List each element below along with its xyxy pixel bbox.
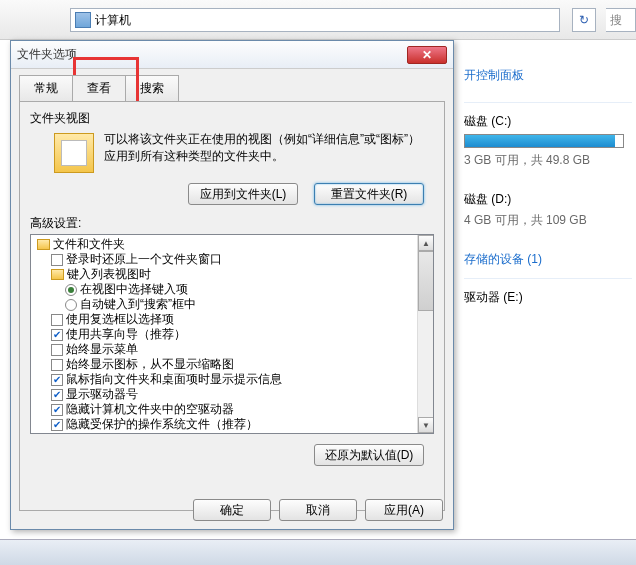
tree-item-label: 使用复选框以选择项 [66,312,174,327]
tree-item-label: 使用共享向导（推荐） [66,327,186,342]
folder-view-desc: 可以将该文件夹正在使用的视图（例如“详细信息”或“图标”）应用到所有这种类型的文… [100,129,434,177]
checkbox-icon[interactable]: ✔ [51,329,63,341]
disk-c-block[interactable]: 磁盘 (C:) 3 GB 可用，共 49.8 GB [464,113,632,169]
scroll-down-button[interactable]: ▼ [418,417,434,433]
disk-c-label: 磁盘 (C:) [464,113,632,130]
tree-item[interactable]: ✔使用共享向导（推荐） [37,327,433,342]
tree-item-label: 隐藏受保护的操作系统文件（推荐） [66,417,258,432]
reset-folders-button[interactable]: 重置文件夹(R) [314,183,424,205]
tree-item-label: 始终显示菜单 [66,342,138,357]
radio-icon[interactable] [65,284,77,296]
tab-view[interactable]: 查看 [72,75,126,101]
tree-item[interactable]: ✔鼠标指向文件夹和桌面项时显示提示信息 [37,372,433,387]
address-bar[interactable]: 计算机 [70,8,560,32]
apply-to-folders-button[interactable]: 应用到文件夹(L) [188,183,298,205]
cancel-button[interactable]: 取消 [279,499,357,521]
taskbar[interactable] [0,539,636,565]
tree-item[interactable]: ✔隐藏受保护的操作系统文件（推荐） [37,417,433,432]
apply-button[interactable]: 应用(A) [365,499,443,521]
radio-icon[interactable] [65,299,77,311]
restore-defaults-button[interactable]: 还原为默认值(D) [314,444,424,466]
checkbox-icon[interactable] [51,254,63,266]
dialog-footer: 确定 取消 应用(A) [193,499,443,521]
tree-item[interactable]: 使用复选框以选择项 [37,312,433,327]
tab-strip: 常规 查看 搜索 [19,75,453,101]
tree-root[interactable]: 文件和文件夹 [37,237,433,252]
tree-item[interactable]: 键入列表视图时 [37,267,433,282]
advanced-settings-label: 高级设置: [30,215,434,232]
drive-e-label: 驱动器 (E:) [464,289,632,306]
tree-item-label: 登录时还原上一个文件夹窗口 [66,252,222,267]
drive-e-block[interactable]: 驱动器 (E:) [464,289,632,306]
search-placeholder: 搜 [610,12,622,29]
checkbox-icon[interactable]: ✔ [51,404,63,416]
scroll-thumb[interactable] [418,251,434,311]
disk-d-label: 磁盘 (D:) [464,191,632,208]
explorer-toolbar: 计算机 ↻ 搜 [0,0,636,40]
folder-view-label: 文件夹视图 [30,110,434,127]
advanced-settings-tree[interactable]: 文件和文件夹 登录时还原上一个文件夹窗口键入列表视图时在视图中选择键入项自动键入… [30,234,434,434]
explorer-right-panel: 开控制面板 磁盘 (C:) 3 GB 可用，共 49.8 GB 磁盘 (D:) … [460,55,636,565]
tree-item-label: 始终显示图标，从不显示缩略图 [66,357,234,372]
folder-icon [51,269,64,280]
tree-item-label: 在视图中选择键入项 [80,282,188,297]
disk-d-block[interactable]: 磁盘 (D:) 4 GB 可用，共 109 GB [464,191,632,229]
devices-header[interactable]: 存储的设备 (1) [464,251,632,268]
refresh-icon: ↻ [579,13,589,27]
disk-d-info: 4 GB 可用，共 109 GB [464,212,632,229]
search-box[interactable]: 搜 [606,8,636,32]
tab-search[interactable]: 搜索 [125,75,179,101]
tree-item[interactable]: 始终显示菜单 [37,342,433,357]
checkbox-icon[interactable]: ✔ [51,419,63,431]
ok-button[interactable]: 确定 [193,499,271,521]
tree-item[interactable]: ✔隐藏计算机文件夹中的空驱动器 [37,402,433,417]
tree-item[interactable]: 登录时还原上一个文件夹窗口 [37,252,433,267]
tree-item[interactable]: 在视图中选择键入项 [37,282,433,297]
close-button[interactable]: ✕ [407,46,447,64]
computer-icon [75,12,91,28]
close-icon: ✕ [422,48,432,62]
folder-options-dialog: 文件夹选项 ✕ 常规 查看 搜索 文件夹视图 可以将该文件夹正在使用的视图（例如… [10,40,454,530]
dialog-titlebar[interactable]: 文件夹选项 ✕ [11,41,453,69]
tree-item[interactable]: ✔显示驱动器号 [37,387,433,402]
checkbox-icon[interactable] [51,359,63,371]
refresh-button[interactable]: ↻ [572,8,596,32]
tree-root-label: 文件和文件夹 [53,237,125,252]
disk-c-bar [464,134,624,148]
folder-view-icon [54,133,94,173]
tree-item-label: 隐藏计算机文件夹中的空驱动器 [66,402,234,417]
tree-item-label: 鼠标指向文件夹和桌面项时显示提示信息 [66,372,282,387]
scroll-up-button[interactable]: ▲ [418,235,434,251]
tree-item[interactable]: 自动键入到“搜索”框中 [37,297,433,312]
tab-general[interactable]: 常规 [19,75,73,101]
control-panel-link[interactable]: 开控制面板 [464,67,632,84]
address-text: 计算机 [95,12,131,29]
tree-item-label: 显示驱动器号 [66,387,138,402]
tree-item-label: 键入列表视图时 [67,267,151,282]
checkbox-icon[interactable] [51,344,63,356]
disk-c-info: 3 GB 可用，共 49.8 GB [464,152,632,169]
tab-content-view: 文件夹视图 可以将该文件夹正在使用的视图（例如“详细信息”或“图标”）应用到所有… [19,101,445,511]
dialog-title: 文件夹选项 [17,46,77,63]
tree-item[interactable]: 始终显示图标，从不显示缩略图 [37,357,433,372]
checkbox-icon[interactable] [51,314,63,326]
tree-item-label: 自动键入到“搜索”框中 [80,297,196,312]
tree-scrollbar[interactable]: ▲ ▼ [417,235,433,433]
folder-icon [37,239,50,250]
checkbox-icon[interactable]: ✔ [51,374,63,386]
checkbox-icon[interactable]: ✔ [51,389,63,401]
